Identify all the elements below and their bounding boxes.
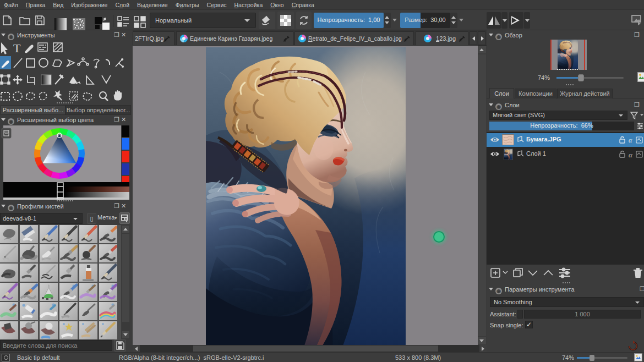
svg-text:α: α xyxy=(629,151,633,158)
svg-text:T: T xyxy=(13,41,21,55)
svg-text:α: α xyxy=(629,136,632,144)
